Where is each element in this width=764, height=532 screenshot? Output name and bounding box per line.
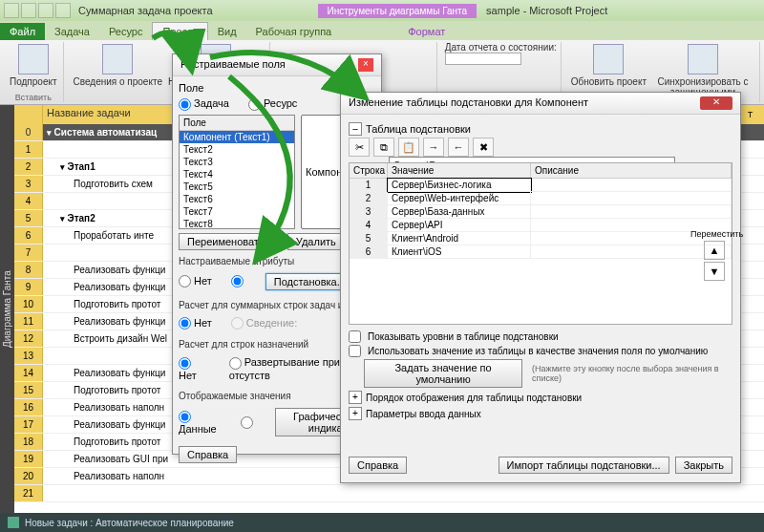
use-default-label: Использовать значение из таблицы в качес… <box>368 346 708 356</box>
row-number[interactable]: 14 <box>14 365 43 381</box>
row-number[interactable]: 6 <box>14 227 43 244</box>
move-down-button[interactable]: ▼ <box>704 262 725 281</box>
close-icon[interactable]: ✕ <box>700 96 732 110</box>
tab-format[interactable]: Формат <box>398 23 455 40</box>
outdent-icon[interactable]: ← <box>448 138 469 157</box>
row-number[interactable]: 13 <box>14 348 43 364</box>
row-number[interactable]: 21 <box>14 485 43 501</box>
delete-button[interactable]: Удалить <box>287 233 345 250</box>
row-number[interactable]: 3 <box>14 176 43 192</box>
field-list-item[interactable]: Текст4 <box>180 168 294 181</box>
help-button[interactable]: Справка <box>179 446 237 463</box>
attr-none-radio[interactable]: Нет <box>179 275 212 288</box>
row-number[interactable]: 0 <box>14 124 43 140</box>
col-row[interactable]: Строка <box>350 163 388 178</box>
row-number[interactable]: 18 <box>14 434 43 450</box>
document-title: Суммарная задача проекта <box>78 5 213 16</box>
row-number[interactable]: 20 <box>14 468 43 484</box>
collapse-icon[interactable]: − <box>349 122 362 136</box>
row-number[interactable]: 4 <box>14 193 43 209</box>
redo-icon[interactable] <box>55 3 71 18</box>
lookup-row[interactable]: 6Клиент\iOS <box>350 245 732 259</box>
rename-button[interactable]: Переименовать... <box>179 233 282 250</box>
row-number[interactable]: 11 <box>14 313 43 330</box>
delete-row-icon[interactable]: ✖ <box>473 138 494 157</box>
paste-icon[interactable]: 📋 <box>398 138 419 157</box>
field-list-item[interactable]: Текст6 <box>180 193 294 205</box>
row-number[interactable]: 5 <box>14 210 43 226</box>
undo-icon[interactable] <box>38 3 53 18</box>
dialog-titlebar[interactable]: Настраиваемые поля × <box>173 54 381 76</box>
row-number[interactable]: 17 <box>14 416 43 433</box>
help-button[interactable]: Справка <box>349 457 407 474</box>
field-list-item[interactable]: Текст7 <box>180 205 294 218</box>
lookup-row[interactable]: 1Сервер\Бизнес-логика <box>350 179 732 192</box>
lookup-table[interactable]: Строка Значение Описание 1Сервер\Бизнес-… <box>349 162 732 325</box>
tab-view[interactable]: Вид <box>208 23 246 40</box>
radio-resource[interactable]: Ресурс <box>248 97 297 111</box>
row-number[interactable]: 16 <box>14 399 43 415</box>
expand-icon[interactable]: + <box>349 407 362 420</box>
tab-team[interactable]: Рабочая группа <box>246 23 342 40</box>
row-number[interactable]: 9 <box>14 279 43 295</box>
attr-lookup-radio[interactable] <box>231 275 246 288</box>
status-date-input[interactable] <box>445 53 521 65</box>
view-tab-gantt[interactable]: Диаграмма Ганта <box>0 105 14 513</box>
row-number[interactable]: 15 <box>14 382 43 398</box>
task-row[interactable]: 21 <box>14 485 764 502</box>
file-tab[interactable]: Файл <box>0 23 45 40</box>
copy-icon[interactable]: ⧉ <box>373 138 394 157</box>
display-graphic-radio[interactable] <box>241 415 256 429</box>
subproject-button[interactable]: Подпроект <box>8 42 59 89</box>
status-icon <box>8 517 19 528</box>
row-number[interactable]: 1 <box>14 141 43 158</box>
row-number[interactable]: 2 <box>14 159 43 175</box>
rollup-none-radio[interactable]: Нет <box>179 317 212 330</box>
row-number[interactable]: 7 <box>14 245 43 261</box>
close-button[interactable]: Закрыть <box>675 457 732 474</box>
row-number[interactable]: 10 <box>14 296 43 312</box>
row-number[interactable]: 12 <box>14 330 43 347</box>
radio-task[interactable]: Задача <box>179 97 229 111</box>
display-data-radio[interactable]: Данные <box>179 410 222 435</box>
indent-icon[interactable]: → <box>423 138 444 157</box>
field-list-item[interactable]: Текст8 <box>180 218 294 229</box>
set-default-button[interactable]: Задать значение по умолчанию <box>364 359 522 388</box>
lookup-row[interactable]: 4Сервер\API <box>350 219 732 232</box>
field-list-item[interactable]: Текст3 <box>180 156 294 168</box>
row-number-header <box>14 105 43 124</box>
lookup-row[interactable]: 3Сервер\База-данных <box>350 205 732 219</box>
move-up-button[interactable]: ▲ <box>704 241 725 260</box>
import-lookup-button[interactable]: Импорт таблицы подстановки... <box>499 457 669 474</box>
update-project-label: Обновить проект <box>571 76 647 87</box>
project-info-button[interactable]: Сведения о проекте <box>72 42 164 89</box>
field-list-header: Поле <box>180 116 294 131</box>
expand-icon[interactable]: + <box>349 391 362 404</box>
cut-icon[interactable]: ✂ <box>349 138 370 157</box>
task-name-cell[interactable] <box>43 485 764 501</box>
project-info-icon <box>102 44 133 74</box>
col-desc[interactable]: Описание <box>531 163 732 178</box>
field-list-item[interactable]: Текст2 <box>180 143 294 156</box>
row-number[interactable]: 19 <box>14 451 43 467</box>
row-number[interactable]: 8 <box>14 262 43 278</box>
dialog-title: Изменение таблицы подстановки для Компон… <box>349 96 588 110</box>
field-list-item[interactable]: Компонент (Текст1) <box>180 131 294 143</box>
show-levels-checkbox[interactable] <box>349 330 361 343</box>
tab-project[interactable]: Проект <box>152 22 207 40</box>
close-icon[interactable]: × <box>358 58 373 72</box>
dialog-titlebar[interactable]: Изменение таблицы подстановки для Компон… <box>341 93 740 115</box>
col-value[interactable]: Значение <box>388 163 531 178</box>
tab-resource[interactable]: Ресурс <box>99 23 152 40</box>
sync-actuals-icon <box>688 44 718 74</box>
save-icon[interactable] <box>21 3 36 18</box>
assign-none-radio[interactable]: Нет <box>179 356 210 381</box>
lookup-row[interactable]: 5Клиент\Android <box>350 232 732 245</box>
rollup-sved-radio[interactable]: Сведение: <box>231 317 297 330</box>
use-default-checkbox[interactable] <box>349 345 361 357</box>
input-params-label: Параметры ввода данных <box>366 409 481 419</box>
field-list-item[interactable]: Текст5 <box>180 181 294 193</box>
tab-task[interactable]: Задача <box>45 23 99 40</box>
lookup-row[interactable]: 2Сервер\Web-интерфейс <box>350 192 732 205</box>
field-list[interactable]: Поле Компонент (Текст1)Текст2Текст3Текст… <box>179 115 295 229</box>
